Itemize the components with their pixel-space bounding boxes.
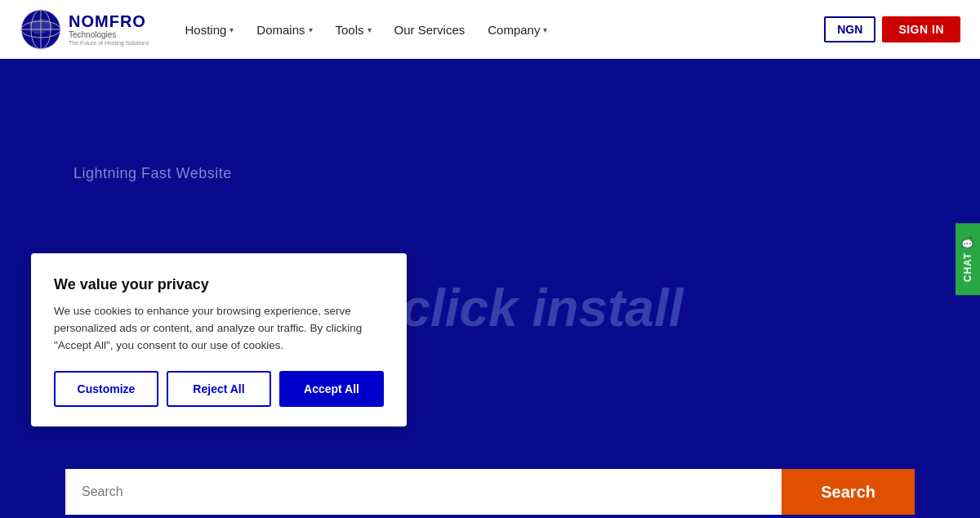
- nav-item-our-services[interactable]: Our Services: [385, 16, 475, 43]
- search-input[interactable]: [65, 469, 782, 515]
- currency-button[interactable]: NGN: [824, 16, 875, 42]
- chat-button[interactable]: CHAT 💬: [956, 223, 980, 295]
- chevron-down-icon: ▾: [368, 25, 372, 34]
- logo-brand-name: NOMFRO: [69, 13, 149, 29]
- nav-menu: Hosting ▾ Domains ▾ Tools ▾ Our Services…: [175, 16, 824, 43]
- navbar: NOMFRO Technologies The Future of Hostin…: [0, 0, 980, 59]
- nav-item-hosting[interactable]: Hosting ▾: [175, 16, 243, 43]
- signin-button[interactable]: SIGN IN: [882, 16, 960, 42]
- logo-sub-name: Technologies: [69, 29, 149, 40]
- chevron-down-icon: ▾: [309, 25, 313, 34]
- search-button[interactable]: Search: [782, 469, 915, 515]
- cookie-accept-button[interactable]: Accept All: [279, 371, 384, 407]
- chevron-down-icon: ▾: [543, 25, 547, 34]
- nav-item-tools[interactable]: Tools ▾: [326, 16, 381, 43]
- search-bar: Search: [65, 466, 915, 518]
- logo-tagline: The Future of Hosting Solutions: [69, 40, 149, 46]
- chat-icon: 💬: [962, 236, 973, 249]
- hero-subtitle: Lightning Fast Website: [74, 165, 232, 182]
- cookie-banner: We value your privacy We use cookies to …: [31, 253, 407, 426]
- logo[interactable]: NOMFRO Technologies The Future of Hostin…: [20, 8, 149, 51]
- cookie-body: We use cookies to enhance your browsing …: [54, 303, 384, 355]
- cookie-title: We value your privacy: [54, 276, 384, 293]
- nav-right: NGN SIGN IN: [824, 16, 960, 42]
- logo-text: NOMFRO Technologies The Future of Hostin…: [69, 13, 149, 46]
- chevron-down-icon: ▾: [229, 25, 234, 34]
- nav-item-domains[interactable]: Domains ▾: [247, 16, 322, 43]
- nav-item-company[interactable]: Company ▾: [478, 16, 557, 43]
- cookie-buttons: Customize Reject All Accept All: [54, 371, 384, 407]
- cookie-reject-button[interactable]: Reject All: [167, 371, 271, 407]
- cookie-customize-button[interactable]: Customize: [54, 371, 158, 407]
- globe-icon: [20, 8, 62, 51]
